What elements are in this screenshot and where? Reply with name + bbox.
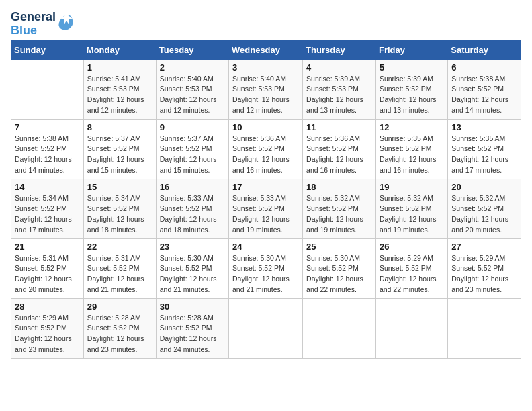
weekday-header-saturday: Saturday	[448, 40, 521, 59]
day-info: Sunrise: 5:36 AMSunset: 5:52 PMDaylight:…	[232, 134, 299, 176]
calendar-cell: 14Sunrise: 5:34 AMSunset: 5:52 PMDayligh…	[11, 179, 84, 238]
day-info: Sunrise: 5:30 AMSunset: 5:52 PMDaylight:…	[232, 253, 299, 295]
day-info: Sunrise: 5:30 AMSunset: 5:52 PMDaylight:…	[306, 253, 372, 295]
day-number: 9	[160, 122, 225, 132]
day-info: Sunrise: 5:34 AMSunset: 5:52 PMDaylight:…	[87, 193, 152, 236]
day-number: 5	[380, 62, 444, 73]
weekday-header-friday: Friday	[375, 40, 447, 59]
calendar-cell: 30Sunrise: 5:28 AMSunset: 5:52 PMDayligh…	[156, 298, 228, 358]
calendar-cell: 19Sunrise: 5:32 AMSunset: 5:52 PMDayligh…	[375, 179, 447, 238]
calendar-cell: 9Sunrise: 5:37 AMSunset: 5:52 PMDaylight…	[156, 119, 228, 179]
day-info: Sunrise: 5:30 AMSunset: 5:52 PMDaylight:…	[160, 253, 225, 295]
calendar-cell: 21Sunrise: 5:31 AMSunset: 5:52 PMDayligh…	[11, 238, 84, 298]
day-number: 8	[87, 122, 152, 132]
day-number: 29	[87, 302, 152, 312]
day-number: 24	[232, 242, 299, 252]
day-number: 17	[232, 182, 299, 192]
day-number: 28	[15, 302, 80, 312]
day-number: 7	[15, 122, 80, 132]
day-info: Sunrise: 5:31 AMSunset: 5:52 PMDaylight:…	[15, 253, 80, 295]
day-number: 2	[160, 62, 225, 73]
day-info: Sunrise: 5:33 AMSunset: 5:52 PMDaylight:…	[160, 193, 225, 236]
day-info: Sunrise: 5:37 AMSunset: 5:52 PMDaylight:…	[87, 134, 152, 176]
calendar-cell: 13Sunrise: 5:35 AMSunset: 5:52 PMDayligh…	[448, 119, 521, 179]
calendar-cell: 11Sunrise: 5:36 AMSunset: 5:52 PMDayligh…	[303, 119, 376, 179]
calendar-cell: 17Sunrise: 5:33 AMSunset: 5:52 PMDayligh…	[229, 179, 303, 238]
calendar-cell: 8Sunrise: 5:37 AMSunset: 5:52 PMDaylight…	[83, 119, 156, 179]
day-info: Sunrise: 5:40 AMSunset: 5:53 PMDaylight:…	[160, 74, 225, 116]
page-header: General Blue	[11, 11, 521, 38]
day-info: Sunrise: 5:29 AMSunset: 5:52 PMDaylight:…	[15, 313, 80, 355]
week-row-2: 7Sunrise: 5:38 AMSunset: 5:52 PMDaylight…	[11, 119, 521, 179]
calendar-cell: 3Sunrise: 5:40 AMSunset: 5:53 PMDaylight…	[229, 59, 303, 119]
day-number: 10	[232, 122, 299, 132]
calendar-cell: 12Sunrise: 5:35 AMSunset: 5:52 PMDayligh…	[375, 119, 447, 179]
calendar-cell: 7Sunrise: 5:38 AMSunset: 5:52 PMDaylight…	[11, 119, 84, 179]
day-info: Sunrise: 5:37 AMSunset: 5:52 PMDaylight:…	[160, 134, 225, 176]
day-number: 25	[306, 242, 372, 252]
day-number: 15	[87, 182, 152, 192]
calendar-cell: 28Sunrise: 5:29 AMSunset: 5:52 PMDayligh…	[11, 298, 84, 358]
week-row-3: 14Sunrise: 5:34 AMSunset: 5:52 PMDayligh…	[11, 179, 521, 238]
weekday-header-row: SundayMondayTuesdayWednesdayThursdayFrid…	[11, 40, 521, 59]
day-number: 13	[451, 122, 517, 132]
day-info: Sunrise: 5:40 AMSunset: 5:53 PMDaylight:…	[232, 74, 299, 116]
day-number: 4	[306, 62, 372, 73]
calendar-cell: 20Sunrise: 5:32 AMSunset: 5:52 PMDayligh…	[448, 179, 521, 238]
day-info: Sunrise: 5:38 AMSunset: 5:52 PMDaylight:…	[15, 134, 80, 176]
day-number: 23	[160, 242, 225, 252]
day-number: 19	[380, 182, 444, 192]
weekday-header-wednesday: Wednesday	[229, 40, 303, 59]
calendar-cell: 5Sunrise: 5:39 AMSunset: 5:52 PMDaylight…	[375, 59, 447, 119]
calendar-cell: 25Sunrise: 5:30 AMSunset: 5:52 PMDayligh…	[303, 238, 376, 298]
calendar-cell: 6Sunrise: 5:38 AMSunset: 5:52 PMDaylight…	[448, 59, 521, 119]
week-row-5: 28Sunrise: 5:29 AMSunset: 5:52 PMDayligh…	[11, 298, 521, 358]
calendar-cell: 29Sunrise: 5:28 AMSunset: 5:52 PMDayligh…	[83, 298, 156, 358]
day-number: 22	[87, 242, 152, 252]
day-info: Sunrise: 5:28 AMSunset: 5:52 PMDaylight:…	[87, 313, 152, 355]
day-info: Sunrise: 5:35 AMSunset: 5:52 PMDaylight:…	[380, 134, 444, 176]
day-number: 11	[306, 122, 372, 132]
day-number: 16	[160, 182, 225, 192]
calendar-cell: 1Sunrise: 5:41 AMSunset: 5:53 PMDaylight…	[83, 59, 156, 119]
calendar-cell	[375, 298, 447, 358]
day-info: Sunrise: 5:34 AMSunset: 5:52 PMDaylight:…	[15, 193, 80, 236]
day-info: Sunrise: 5:28 AMSunset: 5:52 PMDaylight:…	[160, 313, 225, 355]
calendar-cell: 4Sunrise: 5:39 AMSunset: 5:53 PMDaylight…	[303, 59, 376, 119]
day-number: 12	[380, 122, 444, 132]
day-info: Sunrise: 5:31 AMSunset: 5:52 PMDaylight:…	[87, 253, 152, 295]
week-row-4: 21Sunrise: 5:31 AMSunset: 5:52 PMDayligh…	[11, 238, 521, 298]
calendar-cell: 18Sunrise: 5:32 AMSunset: 5:52 PMDayligh…	[303, 179, 376, 238]
logo-wave-icon	[57, 13, 77, 33]
calendar-cell: 22Sunrise: 5:31 AMSunset: 5:52 PMDayligh…	[83, 238, 156, 298]
day-info: Sunrise: 5:32 AMSunset: 5:52 PMDaylight:…	[306, 193, 372, 236]
day-info: Sunrise: 5:39 AMSunset: 5:53 PMDaylight:…	[306, 74, 372, 116]
day-info: Sunrise: 5:36 AMSunset: 5:52 PMDaylight:…	[306, 134, 372, 176]
day-number: 26	[380, 242, 444, 252]
calendar-table: SundayMondayTuesdayWednesdayThursdayFrid…	[11, 40, 521, 359]
day-info: Sunrise: 5:33 AMSunset: 5:52 PMDaylight:…	[232, 193, 299, 236]
weekday-header-thursday: Thursday	[303, 40, 376, 59]
calendar-cell: 16Sunrise: 5:33 AMSunset: 5:52 PMDayligh…	[156, 179, 228, 238]
day-info: Sunrise: 5:32 AMSunset: 5:52 PMDaylight:…	[451, 193, 517, 236]
calendar-cell: 24Sunrise: 5:30 AMSunset: 5:52 PMDayligh…	[229, 238, 303, 298]
calendar-cell	[448, 298, 521, 358]
calendar-cell: 27Sunrise: 5:29 AMSunset: 5:52 PMDayligh…	[448, 238, 521, 298]
logo-blue-text: Blue	[11, 24, 56, 38]
day-number: 18	[306, 182, 372, 192]
day-info: Sunrise: 5:38 AMSunset: 5:52 PMDaylight:…	[451, 74, 517, 116]
day-number: 6	[451, 62, 517, 73]
calendar-cell	[11, 59, 84, 119]
day-info: Sunrise: 5:29 AMSunset: 5:52 PMDaylight:…	[380, 253, 444, 295]
logo: General Blue	[11, 11, 77, 38]
day-info: Sunrise: 5:41 AMSunset: 5:53 PMDaylight:…	[87, 74, 152, 116]
day-number: 3	[232, 62, 299, 73]
calendar-cell	[303, 298, 376, 358]
day-info: Sunrise: 5:35 AMSunset: 5:52 PMDaylight:…	[451, 134, 517, 176]
day-number: 1	[87, 62, 152, 73]
calendar-cell	[229, 298, 303, 358]
weekday-header-sunday: Sunday	[11, 40, 84, 59]
day-info: Sunrise: 5:29 AMSunset: 5:52 PMDaylight:…	[451, 253, 517, 295]
weekday-header-tuesday: Tuesday	[156, 40, 228, 59]
calendar-cell: 23Sunrise: 5:30 AMSunset: 5:52 PMDayligh…	[156, 238, 228, 298]
